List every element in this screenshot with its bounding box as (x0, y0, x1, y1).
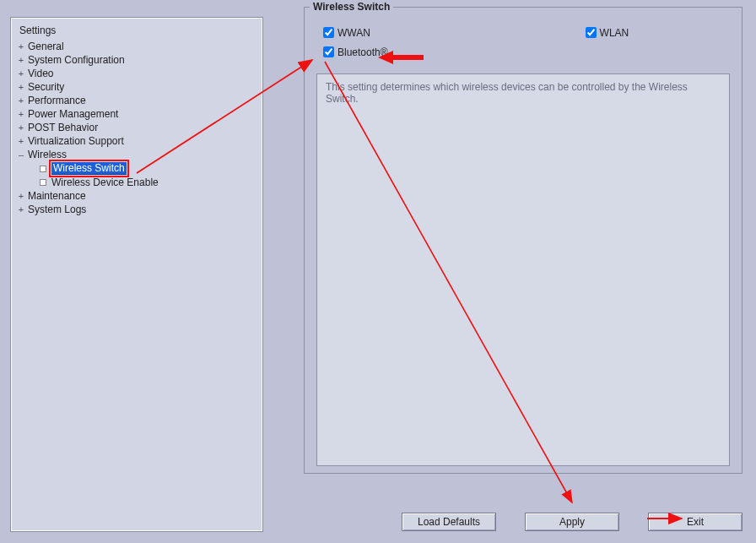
tree-subitem-label: Wireless Switch (51, 162, 127, 175)
tree-item-security[interactable]: + Security (16, 80, 257, 94)
tree-item-system-configuration[interactable]: + System Configuration (16, 53, 257, 67)
apply-button[interactable]: Apply (525, 513, 619, 531)
setting-description-box: This setting determines which wireless d… (316, 73, 730, 466)
expand-icon: + (16, 191, 26, 201)
wlan-checkbox[interactable]: WLAN (582, 24, 629, 41)
button-bar: Load Defaults Apply Exit (304, 508, 742, 536)
settings-tree-title: Settings (19, 24, 257, 36)
tree-item-general[interactable]: + General (16, 40, 257, 53)
leaf-icon (40, 179, 46, 186)
bluetooth-checkbox-input[interactable] (323, 46, 334, 57)
tree-subitem-wireless-device-enable[interactable]: Wireless Device Enable (40, 176, 257, 189)
exit-button[interactable]: Exit (648, 513, 742, 531)
tree-item-power-management[interactable]: + Power Management (16, 107, 257, 121)
expand-icon: + (16, 55, 26, 65)
expand-icon: + (16, 109, 26, 119)
expand-icon: + (16, 136, 26, 146)
wlan-checkbox-input[interactable] (586, 27, 597, 38)
settings-tree-panel: Settings + General + System Configuratio… (10, 17, 263, 532)
tree-item-system-logs[interactable]: + System Logs (16, 203, 257, 216)
load-defaults-button[interactable]: Load Defaults (402, 513, 496, 531)
groupbox-title: Wireless Switch (310, 1, 393, 13)
wwan-checkbox-label: WWAN (338, 27, 370, 39)
wwan-checkbox[interactable]: WWAN (320, 24, 370, 41)
setting-description-text: This setting determines which wireless d… (326, 81, 688, 105)
expand-icon: + (16, 82, 26, 92)
tree-item-video[interactable]: + Video (16, 67, 257, 80)
right-pane: Wireless Switch WWAN WLAN Bluetooth® Thi… (287, 4, 746, 536)
expand-icon: + (16, 95, 26, 106)
tree-item-virtualization-support[interactable]: + Virtualization Support (16, 134, 257, 148)
tree-item-maintenance[interactable]: + Maintenance (16, 189, 257, 203)
expand-icon: + (16, 204, 26, 214)
leaf-icon (40, 166, 46, 172)
tree-subitem-wireless-switch[interactable]: Wireless Switch (40, 161, 257, 176)
wlan-checkbox-label: WLAN (600, 27, 629, 39)
bluetooth-checkbox-label: Bluetooth® (338, 46, 388, 58)
tree-item-post-behavior[interactable]: + POST Behavior (16, 121, 257, 134)
expand-icon: + (16, 122, 26, 133)
wwan-checkbox-input[interactable] (323, 27, 334, 38)
checkbox-row: WWAN WLAN Bluetooth® (320, 24, 730, 60)
tree-item-performance[interactable]: + Performance (16, 94, 257, 107)
tree-item-wireless[interactable]: – Wireless (16, 148, 257, 161)
bluetooth-checkbox[interactable]: Bluetooth® (320, 44, 388, 60)
wireless-switch-groupbox: Wireless Switch WWAN WLAN Bluetooth® Thi… (304, 7, 742, 474)
collapse-icon: – (16, 149, 26, 160)
expand-icon: + (16, 41, 26, 52)
expand-icon: + (16, 68, 26, 79)
tree-subitem-label: Wireless Device Enable (51, 176, 159, 188)
